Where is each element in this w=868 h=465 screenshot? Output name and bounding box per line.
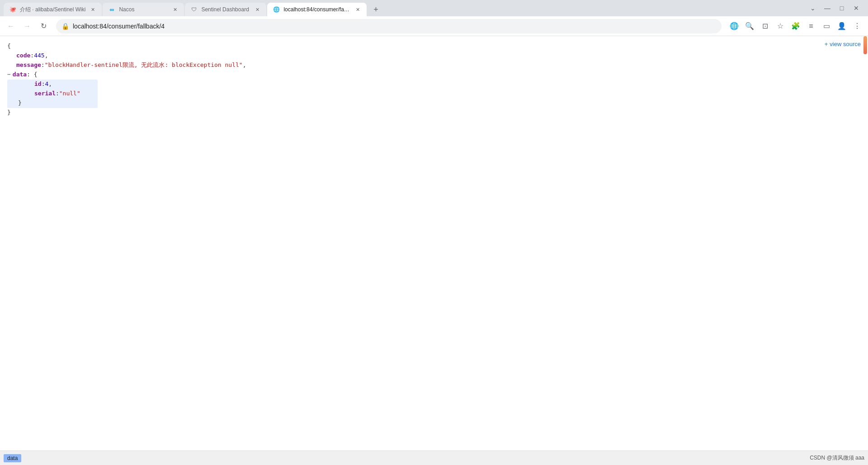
forward-button[interactable]: → bbox=[20, 19, 34, 33]
bottom-bar: data CSDN @清风微须 aaa bbox=[0, 451, 868, 465]
toolbar-actions: 🌐 🔍 ⊡ ☆ 🧩 ≡ ▭ 👤 ⋮ bbox=[727, 19, 864, 33]
id-key: id bbox=[34, 80, 42, 89]
tab2-favicon: ∞ bbox=[108, 6, 115, 13]
content-area: + view source { code : 445 , message : "… bbox=[0, 36, 868, 465]
tab4-favicon: 🌐 bbox=[273, 6, 280, 13]
json-line-open-brace: { bbox=[7, 42, 861, 51]
serial-key: serial bbox=[34, 89, 56, 99]
new-tab-button[interactable]: + bbox=[369, 3, 382, 16]
tab2-title: Nacos bbox=[119, 6, 168, 13]
close-button[interactable]: ✕ bbox=[850, 2, 863, 14]
view-source-button[interactable]: + view source bbox=[825, 40, 861, 49]
maximize-button[interactable]: □ bbox=[835, 2, 848, 14]
json-line-serial: serial : "null" bbox=[9, 89, 96, 99]
address-bar[interactable]: 🔒 localhost:84/consumer/fallback/4 bbox=[56, 19, 722, 33]
tab2-close[interactable]: ✕ bbox=[171, 6, 179, 13]
data-badge: data bbox=[4, 454, 21, 462]
cast-button[interactable]: ⊡ bbox=[758, 19, 772, 33]
profile-button[interactable]: 👤 bbox=[835, 19, 849, 33]
tab-consumer-fallback[interactable]: 🌐 localhost:84/consumer/fallbac ✕ bbox=[267, 3, 367, 16]
json-line-code: code : 445 , bbox=[7, 51, 861, 61]
tab-sentinel-wiki[interactable]: 🐙 介绍 · alibaba/Sentinel Wiki ✕ bbox=[4, 3, 102, 16]
chevron-down-btn[interactable]: ⌄ bbox=[807, 2, 819, 14]
refresh-button[interactable]: ↻ bbox=[36, 19, 51, 33]
scrollbar-thumb[interactable] bbox=[863, 36, 867, 54]
tab4-close[interactable]: ✕ bbox=[354, 6, 361, 13]
translate-button[interactable]: 🌐 bbox=[727, 19, 741, 33]
extensions-button[interactable]: 🧩 bbox=[788, 19, 803, 33]
address-text: localhost:84/consumer/fallback/4 bbox=[73, 23, 716, 30]
minimize-button[interactable]: — bbox=[821, 2, 834, 14]
collapse-button[interactable]: − bbox=[7, 70, 11, 80]
json-line-data: − data : { bbox=[7, 70, 861, 80]
view-source-plus-icon: + bbox=[825, 40, 828, 49]
lock-icon: 🔒 bbox=[61, 23, 69, 30]
tabs-container: 🐙 介绍 · alibaba/Sentinel Wiki ✕ ∞ Nacos ✕… bbox=[4, 0, 807, 16]
bookmark-button[interactable]: ☆ bbox=[773, 19, 788, 33]
serial-value: "null" bbox=[59, 89, 80, 99]
sidebar-button[interactable]: ▭ bbox=[819, 19, 834, 33]
title-bar: 🐙 介绍 · alibaba/Sentinel Wiki ✕ ∞ Nacos ✕… bbox=[0, 0, 868, 16]
bottom-info-text: CSDN @清风微须 aaa bbox=[810, 454, 864, 462]
menu-button[interactable]: ⋮ bbox=[850, 19, 864, 33]
tab3-favicon: 🛡 bbox=[190, 6, 198, 13]
json-line-close-brace: } bbox=[7, 108, 861, 117]
tab1-close[interactable]: ✕ bbox=[89, 6, 96, 13]
json-line-message: message : "blockHandler-sentinel限流, 无此流水… bbox=[7, 61, 861, 70]
browser-chrome: 🐙 介绍 · alibaba/Sentinel Wiki ✕ ∞ Nacos ✕… bbox=[0, 0, 868, 36]
id-value: 4 bbox=[45, 80, 48, 89]
tab1-title: 介绍 · alibaba/Sentinel Wiki bbox=[20, 6, 85, 14]
tab4-title: localhost:84/consumer/fallbac bbox=[283, 6, 350, 13]
view-source-label: view source bbox=[830, 40, 861, 49]
tab-nacos[interactable]: ∞ Nacos ✕ bbox=[103, 3, 184, 16]
message-value: "blockHandler-sentinel限流, 无此流水: blockExc… bbox=[45, 61, 243, 70]
tab-sentinel-dashboard[interactable]: 🛡 Sentinel Dashboard ✕ bbox=[185, 3, 266, 16]
message-key: message bbox=[16, 61, 41, 70]
bottom-right-text: CSDN @清风微须 aaa bbox=[810, 454, 864, 462]
code-key: code bbox=[16, 51, 30, 61]
scrollbar[interactable] bbox=[863, 36, 868, 451]
tab1-favicon: 🐙 bbox=[9, 6, 16, 13]
toolbar: ← → ↻ 🔒 localhost:84/consumer/fallback/4… bbox=[0, 16, 868, 36]
back-button[interactable]: ← bbox=[4, 19, 18, 33]
data-block-highlight: id : 4 , serial : "null" } bbox=[7, 80, 98, 108]
code-value: 445 bbox=[34, 51, 44, 61]
data-key: data bbox=[13, 70, 27, 80]
tab3-title: Sentinel Dashboard bbox=[201, 6, 250, 13]
json-line-data-close: } bbox=[9, 99, 96, 108]
performance-button[interactable]: ≡ bbox=[804, 19, 818, 33]
json-content: { code : 445 , message : "blockHandler-s… bbox=[0, 40, 868, 119]
json-line-id: id : 4 , bbox=[9, 80, 96, 89]
window-controls: ⌄ — □ ✕ bbox=[807, 2, 864, 14]
zoom-button[interactable]: 🔍 bbox=[742, 19, 757, 33]
tab3-close[interactable]: ✕ bbox=[254, 6, 261, 13]
